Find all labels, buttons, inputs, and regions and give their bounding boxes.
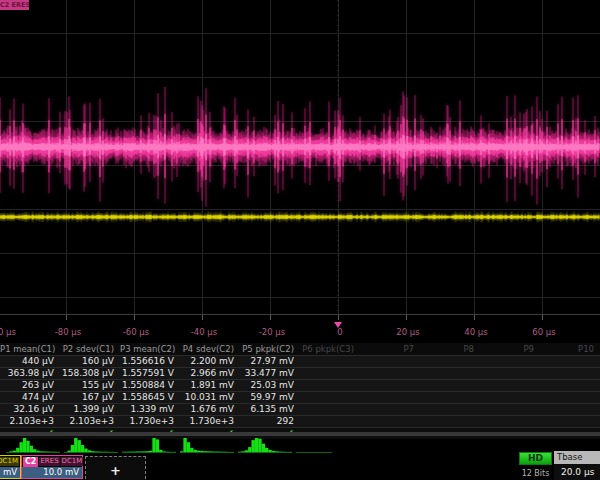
param-value-cell	[300, 368, 360, 379]
param-value-cell: 1.730e+3	[120, 416, 180, 427]
param-header-cell[interactable]: P5 pkpk(C2)	[240, 343, 300, 355]
table-divider	[0, 432, 600, 436]
axis-tick	[270, 315, 271, 320]
param-header-cell[interactable]: P4 sdev(C2)	[180, 343, 240, 355]
param-header-cell[interactable]: P10	[540, 343, 600, 355]
param-header-cell[interactable]: P7	[360, 343, 420, 355]
param-value-cell	[360, 392, 420, 403]
param-value-cell: 2.966 mV	[180, 368, 240, 379]
param-value-cell	[300, 416, 360, 427]
param-header-cell[interactable]: P2 sdev(C1)	[60, 343, 120, 355]
param-value-cell	[420, 416, 480, 427]
param-value-cell	[300, 392, 360, 403]
waveform-display	[0, 0, 600, 330]
param-value-cell	[540, 416, 600, 427]
c2-eres-tag: ERES	[39, 457, 59, 466]
param-value-cell: 1.557591 V	[120, 368, 180, 379]
param-value-cell	[360, 380, 420, 391]
param-value-cell	[420, 380, 480, 391]
param-value-cell	[540, 368, 600, 379]
hd-bits-label: 12 Bits	[514, 469, 557, 478]
measurement-row-min: 263 µV155 µV1.550884 V1.891 mV25.03 mV	[0, 379, 600, 391]
hd-mode-badge[interactable]: HD	[519, 452, 552, 465]
param-value-cell: 158.308 µV	[60, 368, 120, 379]
channel-descriptor-c2[interactable]: C2 ERES DC1M 10.0 mV	[21, 455, 83, 479]
histicon-baseline	[296, 452, 332, 453]
measurement-row-mean: 363.98 µV158.308 µV1.557591 V2.966 mV33.…	[0, 367, 600, 379]
param-header-cell[interactable]: P8	[420, 343, 480, 355]
param-value-cell: 167 µV	[60, 392, 120, 403]
add-trace-button[interactable]: +	[85, 456, 146, 480]
c1-coupling-tag: DC1M	[0, 457, 19, 466]
param-value-cell	[420, 404, 480, 415]
c2-channel-tag: C2	[23, 457, 38, 467]
time-label: 40 µs	[464, 327, 487, 337]
param-value-cell: 1.550884 V	[120, 380, 180, 391]
param-header-cell[interactable]: P9	[480, 343, 540, 355]
time-label: 0	[337, 327, 342, 337]
param-header-cell[interactable]: P6 pkpk(C3)	[300, 343, 360, 355]
trigger-time-marker[interactable]	[334, 322, 342, 328]
histicon-p2[interactable]	[64, 437, 118, 453]
param-value-cell	[540, 392, 600, 403]
histicon-p1[interactable]	[6, 437, 60, 453]
param-value-cell: 2.103e+3	[0, 416, 60, 427]
time-label: 60 µs	[532, 327, 555, 337]
axis-tick	[134, 315, 135, 320]
param-value-cell: 2.200 mV	[180, 356, 240, 367]
param-value-cell	[360, 368, 420, 379]
c2-scale-value: 10.0 mV	[22, 467, 82, 478]
param-value-cell: 1.891 mV	[180, 380, 240, 391]
plus-icon: +	[110, 463, 121, 478]
time-label: -20 µs	[259, 327, 285, 337]
param-value-cell: 363.98 µV	[0, 368, 60, 379]
time-label: -60 µs	[123, 327, 149, 337]
param-value-cell	[480, 392, 540, 403]
axis-tick	[474, 315, 475, 320]
axis-tick	[66, 315, 67, 320]
param-value-cell	[420, 368, 480, 379]
axis-tick	[338, 315, 339, 320]
param-value-cell: 1.558645 V	[120, 392, 180, 403]
param-value-cell	[480, 368, 540, 379]
time-axis: -100 µs-80 µs-60 µs-40 µs-20 µs020 µs40 …	[0, 315, 600, 343]
param-value-cell	[480, 380, 540, 391]
param-value-cell: 440 µV	[0, 356, 60, 367]
param-value-cell	[540, 356, 600, 367]
param-value-cell	[420, 392, 480, 403]
timebase-value: 20.0 µs	[554, 464, 600, 480]
histicon-row	[6, 437, 292, 453]
param-value-cell: 1.399 µV	[60, 404, 120, 415]
param-value-cell: 10.031 mV	[180, 392, 240, 403]
channel-descriptor-c1[interactable]: DC1M 10.0 mV	[0, 455, 21, 479]
param-value-cell: 1.339 mV	[120, 404, 180, 415]
param-value-cell	[300, 356, 360, 367]
param-value-cell: 1.676 mV	[180, 404, 240, 415]
param-value-cell: 2.103e+3	[60, 416, 120, 427]
histicon-p4[interactable]	[180, 437, 234, 453]
param-header-cell[interactable]: P3 mean(C2)	[120, 343, 180, 355]
measurement-row-value: 440 µV160 µV1.556616 V2.200 mV27.97 mV	[0, 355, 600, 367]
param-value-cell	[480, 404, 540, 415]
param-value-cell: 27.97 mV	[240, 356, 300, 367]
histicon-p5[interactable]	[238, 437, 292, 453]
param-value-cell: 59.97 mV	[240, 392, 300, 403]
c1-scale-value: 10.0 mV	[0, 467, 20, 478]
histicon-p3[interactable]	[122, 437, 176, 453]
param-value-cell: 263 µV	[0, 380, 60, 391]
param-value-cell	[360, 416, 420, 427]
param-value-cell	[360, 356, 420, 367]
param-value-cell	[480, 356, 540, 367]
param-header-row: P1 mean(C1)P2 sdev(C1)P3 mean(C2)P4 sdev…	[0, 343, 600, 355]
measurement-row-num: 2.103e+32.103e+31.730e+31.730e+3292	[0, 415, 600, 427]
param-value-cell	[420, 356, 480, 367]
param-value-cell: 33.477 mV	[240, 368, 300, 379]
axis-tick	[202, 315, 203, 320]
param-value-cell: 1.556616 V	[120, 356, 180, 367]
param-header-cell[interactable]: P1 mean(C1)	[0, 343, 60, 355]
timebase-box[interactable]: Tbase 20.0 µs	[554, 451, 600, 480]
param-value-cell	[360, 404, 420, 415]
time-label: -40 µs	[191, 327, 217, 337]
time-label: -80 µs	[55, 327, 81, 337]
param-value-cell: 25.03 mV	[240, 380, 300, 391]
